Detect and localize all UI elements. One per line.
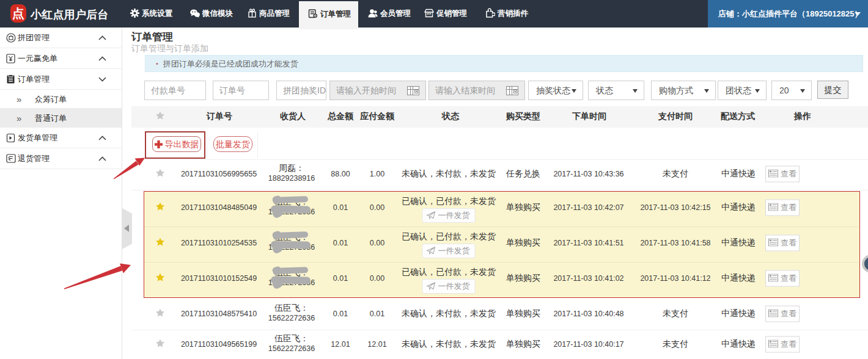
svg-text:SALE: SALE <box>427 13 433 15</box>
